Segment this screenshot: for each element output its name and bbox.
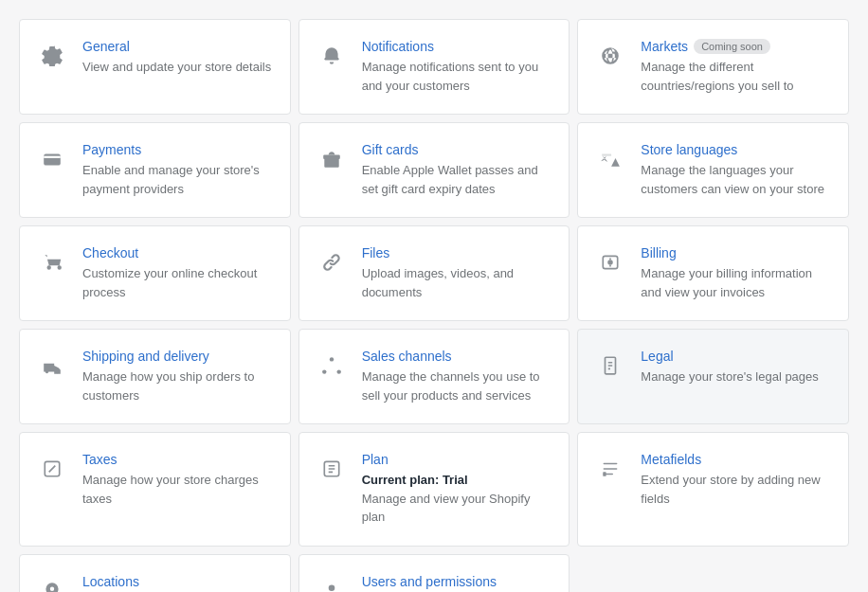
legal-title: Legal [641,349,818,364]
sales-channels-desc: Manage the channels you use to sell your… [362,368,554,404]
checkout-desc: Customize your online checkout process [82,264,275,301]
legal-desc: Manage your store's legal pages [641,368,818,386]
shipping-title: Shipping and delivery [82,349,275,364]
markets-badge: Coming soon [694,39,770,54]
svg-point-7 [329,357,333,361]
locations-icon [35,574,69,593]
store-languages-title: Store languages [641,142,833,157]
markets-icon [593,39,627,73]
settings-grid: GeneralView and update your store detail… [0,0,868,592]
files-desc: Upload images, videos, and documents [362,264,554,301]
shipping-content: Shipping and deliveryManage how you ship… [82,349,275,404]
files-icon [315,245,349,279]
notifications-icon [315,39,349,73]
users-title: Users and permissions [362,574,554,589]
taxes-title: Taxes [82,452,275,467]
card-shipping[interactable]: Shipping and deliveryManage how you ship… [19,329,291,424]
notifications-content: NotificationsManage notifications sent t… [362,39,554,95]
svg-point-5 [45,370,48,373]
card-checkout[interactable]: CheckoutCustomize your online checkout p… [19,225,291,321]
svg-rect-2 [323,155,340,159]
plan-content: PlanCurrent plan: TrialManage and view y… [362,452,554,527]
card-gift-cards[interactable]: Gift cardsEnable Apple Wallet passes and… [298,122,570,218]
card-taxes[interactable]: TaxesManage how your store charges taxes [19,432,291,547]
general-content: GeneralView and update your store detail… [82,39,271,77]
payments-title: Payments [82,142,275,157]
markets-content: MarketsComing soonManage the different c… [641,39,833,95]
billing-title: Billing [641,245,833,260]
payments-content: PaymentsEnable and manage your store's p… [82,142,275,198]
store-languages-content: Store languagesManage the languages your… [641,142,833,198]
metafields-desc: Extend your store by adding new fields [641,471,833,508]
plan-title: Plan [362,452,554,467]
shipping-icon [35,349,69,383]
store-languages-desc: Manage the languages your customers can … [641,161,833,198]
svg-point-6 [56,370,59,373]
notifications-desc: Manage notifications sent to you and you… [362,58,554,95]
taxes-content: TaxesManage how your store charges taxes [82,452,275,508]
general-desc: View and update your store details [82,58,271,77]
users-content: Users and permissionsManage what users c… [362,574,554,593]
svg-rect-0 [44,154,61,166]
locations-content: LocationsManage the places you stock inv… [82,574,275,593]
taxes-desc: Manage how your store charges taxes [82,471,275,508]
card-notifications[interactable]: NotificationsManage notifications sent t… [298,19,570,115]
card-metafields[interactable]: MetafieldsExtend your store by adding ne… [577,432,849,547]
card-legal[interactable]: LegalManage your store's legal pages [577,329,849,424]
legal-content: LegalManage your store's legal pages [641,349,818,386]
locations-title: Locations [82,574,275,589]
sales-channels-icon [315,349,349,383]
sales-channels-title: Sales channels [362,349,554,364]
payments-desc: Enable and manage your store's payment p… [82,161,275,198]
store-languages-icon [593,142,627,176]
svg-rect-1 [324,158,338,168]
markets-title: MarketsComing soon [641,39,833,54]
notifications-title: Notifications [362,39,554,54]
card-plan[interactable]: PlanCurrent plan: TrialManage and view y… [298,432,570,547]
markets-desc: Manage the different countries/regions y… [641,58,833,95]
billing-content: BillingManage your billing information a… [641,245,833,301]
plan-desc: Current plan: TrialManage and view your … [362,471,554,527]
card-users[interactable]: Users and permissionsManage what users c… [298,554,570,593]
files-content: FilesUpload images, videos, and document… [362,245,554,301]
billing-icon [593,245,627,279]
svg-point-9 [336,369,340,373]
legal-icon [593,349,627,383]
taxes-icon [35,452,69,486]
metafields-content: MetafieldsExtend your store by adding ne… [641,452,833,508]
metafields-icon [593,452,627,486]
card-files[interactable]: FilesUpload images, videos, and document… [298,225,570,321]
billing-desc: Manage your billing information and view… [641,264,833,301]
gift-cards-desc: Enable Apple Wallet passes and set gift … [362,161,554,198]
gift-cards-icon [315,142,349,176]
users-icon [315,574,349,593]
plan-icon [315,452,349,486]
svg-point-14 [328,584,335,591]
card-store-languages[interactable]: Store languagesManage the languages your… [577,122,849,218]
general-icon [35,39,69,73]
checkout-title: Checkout [82,245,275,260]
files-title: Files [362,245,554,260]
checkout-icon [35,245,69,279]
sales-channels-content: Sales channelsManage the channels you us… [362,349,554,404]
general-title: General [82,39,271,54]
card-sales-channels[interactable]: Sales channelsManage the channels you us… [298,329,570,424]
card-payments[interactable]: PaymentsEnable and manage your store's p… [19,122,291,218]
svg-point-4 [608,260,614,265]
payments-icon [35,142,69,176]
checkout-content: CheckoutCustomize your online checkout p… [82,245,275,301]
metafields-title: Metafields [641,452,833,467]
card-markets[interactable]: MarketsComing soonManage the different c… [577,19,849,115]
shipping-desc: Manage how you ship orders to customers [82,368,275,404]
gift-cards-title: Gift cards [362,142,554,157]
card-general[interactable]: GeneralView and update your store detail… [19,19,291,115]
card-billing[interactable]: BillingManage your billing information a… [577,225,849,321]
gift-cards-content: Gift cardsEnable Apple Wallet passes and… [362,142,554,198]
svg-rect-13 [604,472,606,475]
card-locations[interactable]: LocationsManage the places you stock inv… [19,554,291,593]
svg-point-8 [322,369,326,373]
